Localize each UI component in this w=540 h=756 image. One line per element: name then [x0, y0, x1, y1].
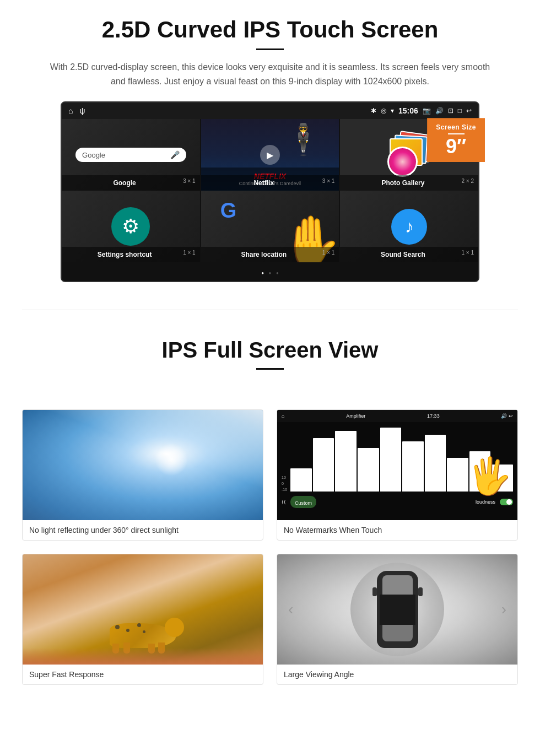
screen-icon: □ — [458, 107, 462, 115]
wifi-icon: ▾ — [391, 107, 394, 115]
google-size: 3 × 1 — [183, 178, 196, 184]
google-label: Google 3 × 1 — [62, 175, 200, 191]
google-search-bar[interactable]: Google 🎤 — [75, 148, 186, 162]
car-caption: Large Viewing Angle — [277, 665, 517, 684]
car-top-view — [377, 571, 418, 648]
eq-labels: 10 0 -10 — [282, 476, 287, 492]
app-grid-row2: ⚙ Settings shortcut 1 × 1 G 🤚 Share loca… — [62, 191, 478, 262]
signal-icon: ψ — [79, 106, 85, 115]
amp-time: 17:33 — [427, 413, 440, 419]
sunlight-caption-text: No light reflecting under 360° direct su… — [29, 526, 179, 534]
netflix-size: 3 × 1 — [322, 178, 335, 184]
left-mirror — [372, 587, 377, 596]
bluetooth-icon: ✱ — [371, 107, 376, 115]
section-divider — [22, 310, 518, 310]
section1: 2.5D Curved IPS Touch Screen With 2.5D c… — [0, 0, 540, 293]
google-maps-g-icon: G — [220, 199, 237, 223]
cheetah-caption-text: Super Fast Response — [29, 670, 104, 679]
flower-photo — [387, 147, 418, 177]
sky-gradient — [23, 410, 263, 520]
share-location-app-cell[interactable]: G 🤚 Share location 1 × 1 — [201, 191, 339, 262]
section2: IPS Full Screen View — [0, 327, 540, 396]
eq-bar-7 — [425, 435, 446, 492]
front-windshield — [382, 575, 413, 595]
feature-grid: No light reflecting under 360° direct su… — [0, 396, 540, 698]
right-rotation-arrow-icon: › — [501, 601, 506, 618]
badge-size-text: 9″ — [436, 137, 476, 156]
netflix-label: Netflix 3 × 1 — [201, 175, 339, 191]
sound-search-name: Sound Search — [381, 251, 425, 258]
section2-underline — [256, 368, 284, 370]
badge-divider — [448, 133, 465, 134]
amp-toggle-switch[interactable] — [500, 499, 513, 505]
volume-icon: 🔊 — [435, 107, 444, 115]
home-icon: ⌂ — [68, 106, 73, 115]
cheetah-caption: Super Fast Response — [23, 665, 263, 684]
amplifier-image: ⌂ Amplifier 17:33 🔊 ↩ 10 0 -10 — [277, 410, 517, 520]
sound-search-size: 1 × 1 — [461, 250, 474, 256]
cheetah-ground — [23, 648, 263, 665]
badge-top-text: Screen Size — [436, 123, 476, 131]
battery-icon: ⊡ — [448, 107, 453, 115]
amplifier-caption: No Watermarks When Touch — [277, 520, 517, 540]
screen-size-badge: Screen Size 9″ — [427, 118, 485, 162]
amplifier-feature-card: ⌂ Amplifier 17:33 🔊 ↩ 10 0 -10 — [277, 409, 518, 541]
amp-bars-container: 10 0 -10 🖐 — [277, 422, 517, 494]
location-icon: ◎ — [381, 107, 386, 115]
car-caption-text: Large Viewing Angle — [284, 670, 354, 679]
eq-bar-6 — [402, 441, 424, 492]
sound-search-icon: ♪ — [391, 209, 427, 245]
google-name: Google — [113, 179, 136, 187]
sunlight-image — [23, 410, 263, 520]
share-location-label: Share location 1 × 1 — [201, 247, 339, 262]
section1-title: 2.5D Curved IPS Touch Screen — [33, 17, 507, 43]
mic-icon: 🎤 — [170, 150, 180, 159]
section1-description: With 2.5D curved-display screen, this de… — [44, 60, 496, 88]
status-bar: ⌂ ψ ✱ ◎ ▾ 15:06 📷 🔊 ⊡ □ ↩ — [62, 102, 478, 119]
eq-bar-8 — [447, 458, 468, 492]
car-circle-bg — [350, 563, 444, 656]
settings-app-cell[interactable]: ⚙ Settings shortcut 1 × 1 — [62, 191, 200, 262]
netflix-app-cell[interactable]: ▶ NETFLIX Continue Marvel's Daredevil 🕴 … — [201, 119, 339, 191]
settings-label: Settings shortcut 1 × 1 — [62, 247, 200, 262]
amp-status-bar: ⌂ Amplifier 17:33 🔊 ↩ — [277, 410, 517, 422]
settings-name: Settings shortcut — [98, 251, 152, 258]
sunlight-feature-card: No light reflecting under 360° direct su… — [22, 409, 263, 541]
time-display: 15:06 — [398, 106, 418, 115]
sound-search-app-cell[interactable]: ♪ Sound Search 1 × 1 — [340, 191, 478, 262]
google-app-cell[interactable]: Google 🎤 Google 3 × 1 — [62, 119, 200, 191]
photo-gallery-size: 2 × 2 — [461, 178, 474, 184]
rear-windshield — [382, 625, 413, 641]
hand-on-screen-icon: 🖐 — [467, 458, 512, 494]
photo-gallery-name: Photo Gallery — [381, 179, 424, 187]
google-logo: Google — [82, 151, 105, 159]
amp-title: Amplifier — [346, 413, 365, 419]
page-indicator: ● ● ● — [62, 262, 478, 281]
cheetah-image — [23, 554, 263, 665]
amplifier-caption-text: No Watermarks When Touch — [284, 526, 382, 534]
car-roof-top — [380, 595, 415, 625]
photo-stack — [387, 133, 431, 177]
status-right-icons: ✱ ◎ ▾ 15:06 📷 🔊 ⊡ □ ↩ — [371, 106, 472, 115]
eq-bar-5 — [380, 428, 402, 492]
amp-toggle-label: loudness — [476, 499, 495, 505]
amp-toggle-knob — [506, 499, 512, 505]
share-location-size: 1 × 1 — [322, 250, 335, 256]
eq-bar-3 — [335, 431, 357, 492]
netflix-play-button[interactable]: ▶ — [260, 145, 280, 165]
app-grid-row1: Google 🎤 Google 3 × 1 ▶ NETFLIX — [62, 119, 478, 191]
title-underline — [256, 48, 284, 50]
netflix-name: Netflix — [253, 179, 274, 187]
back-icon: ↩ — [466, 107, 472, 115]
sunlight-caption: No light reflecting under 360° direct su… — [23, 520, 263, 540]
amp-mode-display: Custom — [290, 496, 316, 508]
section2-title: IPS Full Screen View — [33, 338, 507, 363]
settings-size: 1 × 1 — [183, 250, 196, 256]
amp-icons: 🔊 ↩ — [501, 413, 513, 419]
cheetah-feature-card: Super Fast Response — [22, 554, 263, 685]
eq-bar-2 — [313, 438, 334, 492]
car-image: › ‹ — [277, 554, 517, 665]
android-screen-wrapper: ⌂ ψ ✱ ◎ ▾ 15:06 📷 🔊 ⊡ □ ↩ — [61, 101, 479, 282]
sound-search-label: Sound Search 1 × 1 — [340, 247, 478, 262]
settings-gear-icon: ⚙ — [111, 207, 150, 246]
